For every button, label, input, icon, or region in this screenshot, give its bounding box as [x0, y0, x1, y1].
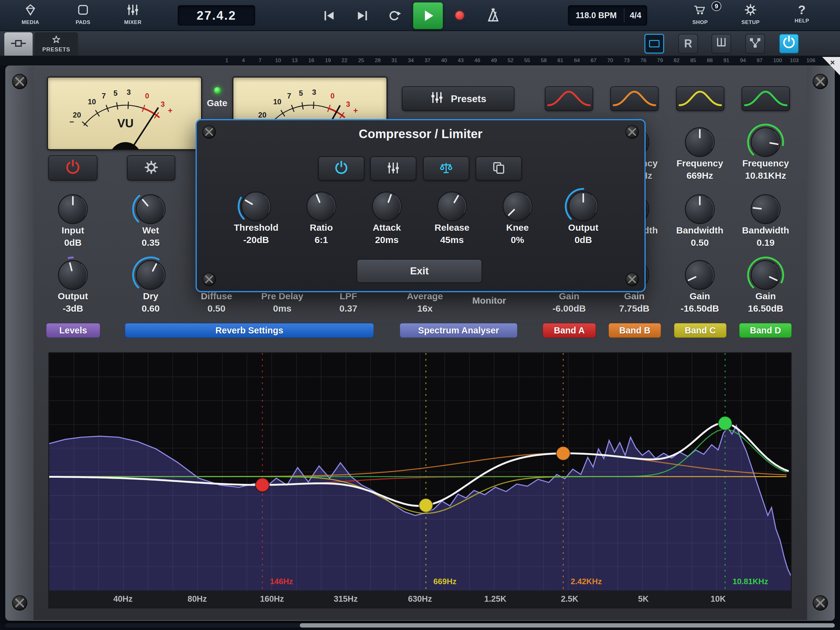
routing-button[interactable] [745, 34, 765, 54]
compressor-power-button[interactable] [318, 157, 364, 180]
skip-to-end-button[interactable] [355, 9, 369, 23]
band-d-button[interactable]: Band D [739, 323, 792, 338]
presets-button-label: Presets [451, 93, 486, 104]
spectrum-eq-graph[interactable]: 146Hz669Hz2.42KHz10.81KHz40Hz80Hz160Hz31… [48, 352, 792, 608]
gain-knob[interactable] [680, 255, 720, 295]
screw-icon [12, 595, 28, 611]
output-value: 0dB [534, 235, 632, 245]
band-a-curve-button[interactable] [545, 86, 593, 111]
record-button[interactable] [455, 11, 464, 20]
compressor-settings-button[interactable] [370, 157, 416, 180]
band-c-curve-button[interactable] [676, 86, 725, 111]
star-icon [52, 35, 61, 46]
presets-button[interactable]: Presets [402, 86, 515, 111]
band-b-curve-button[interactable] [610, 86, 658, 111]
ratio-knob[interactable] [301, 187, 341, 226]
gain-value: 16.50dB [717, 303, 815, 314]
copy-icon [492, 161, 506, 176]
axis-tick-label: 630Hz [408, 594, 432, 603]
song-position-display: 27.4.2 [178, 5, 255, 25]
gain-knob[interactable] [745, 255, 786, 295]
svg-text:3: 3 [161, 100, 164, 108]
screw-icon [12, 73, 28, 90]
band-handle[interactable] [556, 446, 570, 460]
reverb-power-button[interactable] [48, 155, 98, 180]
svg-text:7: 7 [287, 92, 291, 100]
settings-gear-button[interactable] [127, 155, 175, 180]
output-knob[interactable] [53, 255, 93, 295]
attack-knob[interactable] [367, 187, 407, 226]
keyboard-button[interactable] [712, 34, 731, 54]
band-c-button[interactable]: Band C [674, 323, 726, 338]
play-button[interactable] [413, 2, 444, 30]
axis-tick-label: 10K [711, 594, 726, 603]
svg-text:10: 10 [273, 98, 281, 106]
question-icon: ? [798, 3, 806, 17]
knee-knob[interactable] [497, 187, 537, 226]
r-letter: R [684, 37, 692, 50]
bandwidth-knob[interactable] [680, 189, 720, 229]
close-icon[interactable]: × [830, 58, 835, 67]
screw-icon [202, 125, 216, 139]
shop-badge: 9 [712, 1, 721, 11]
horizontal-scrollbar[interactable] [5, 623, 835, 628]
axis-tick-label: 315Hz [334, 594, 358, 603]
band-handle[interactable] [256, 478, 269, 492]
output-knob[interactable] [563, 187, 603, 226]
release-knob[interactable] [432, 187, 472, 226]
help-button[interactable]: ? HELP [783, 3, 820, 24]
screw-icon [625, 125, 639, 139]
media-button[interactable]: MEDIA [12, 3, 49, 25]
levels-button[interactable]: Levels [46, 323, 100, 338]
bandwidth-value: 0.19 [717, 237, 815, 248]
mixer-button[interactable]: MIXER [114, 3, 151, 25]
copy-settings-button[interactable] [476, 157, 522, 180]
gear-icon [744, 3, 757, 18]
threshold-knob[interactable] [236, 187, 276, 226]
band-handle[interactable] [718, 416, 732, 430]
band-b-button[interactable]: Band B [608, 323, 661, 338]
tempo-display[interactable]: 118.0 BPM 4/4 [568, 5, 647, 25]
media-label: MEDIA [22, 19, 39, 25]
auto-gain-scale-button[interactable] [423, 157, 469, 180]
input-knob[interactable] [53, 189, 93, 229]
bypass-power-button[interactable] [779, 34, 799, 54]
reverb-settings-button[interactable]: Reverb Settings [125, 323, 374, 338]
fullscreen-view-button[interactable] [644, 34, 664, 54]
wet-knob[interactable] [131, 189, 171, 229]
compressor-limiter-dialog: Compressor / Limiter Exit Threshold-20dB… [196, 119, 646, 292]
bpm-value: 118.0 BPM [568, 11, 624, 20]
dry-knob[interactable] [131, 255, 171, 295]
loop-button[interactable] [387, 9, 401, 23]
pads-button[interactable]: PADS [65, 3, 101, 25]
tab-presets[interactable]: PRESETS [35, 32, 78, 56]
scrollbar-thumb[interactable] [300, 623, 835, 628]
svg-text:5: 5 [114, 89, 117, 97]
bell-curve-icon [546, 87, 592, 110]
sliders-icon [386, 161, 400, 176]
setup-button[interactable]: SETUP [732, 3, 769, 25]
axis-tick-label: 80Hz [188, 594, 207, 603]
frequency-value: 10.81KHz [717, 171, 815, 181]
screw-icon [812, 73, 828, 90]
bell-curve-icon [611, 87, 658, 110]
screw-icon [625, 272, 639, 287]
bandwidth-knob[interactable] [745, 189, 786, 229]
exit-button[interactable]: Exit [357, 259, 482, 283]
metronome-button[interactable] [485, 7, 501, 24]
band-d-curve-button[interactable] [742, 86, 790, 111]
screw-icon [202, 272, 216, 287]
spectrum-analyser-button[interactable]: Spectrum Analyser [400, 323, 518, 338]
frequency-knob[interactable] [680, 122, 720, 162]
skip-to-start-button[interactable] [322, 9, 336, 23]
average-value: 16x [376, 303, 474, 314]
dialog-body: Compressor / Limiter Exit Threshold-20dB… [197, 120, 644, 291]
band-handle[interactable] [419, 499, 433, 512]
band-a-button[interactable]: Band A [543, 323, 596, 338]
read-automation-button[interactable]: R [678, 34, 698, 54]
tab-insert-fx[interactable] [4, 32, 33, 56]
dialog-title: Compressor / Limiter [197, 127, 644, 141]
graph-canvas[interactable]: 146Hz669Hz2.42KHz10.81KHz40Hz80Hz160Hz31… [49, 353, 791, 608]
band-frequency-label: 2.42KHz [571, 577, 602, 586]
frequency-knob[interactable] [745, 122, 786, 162]
